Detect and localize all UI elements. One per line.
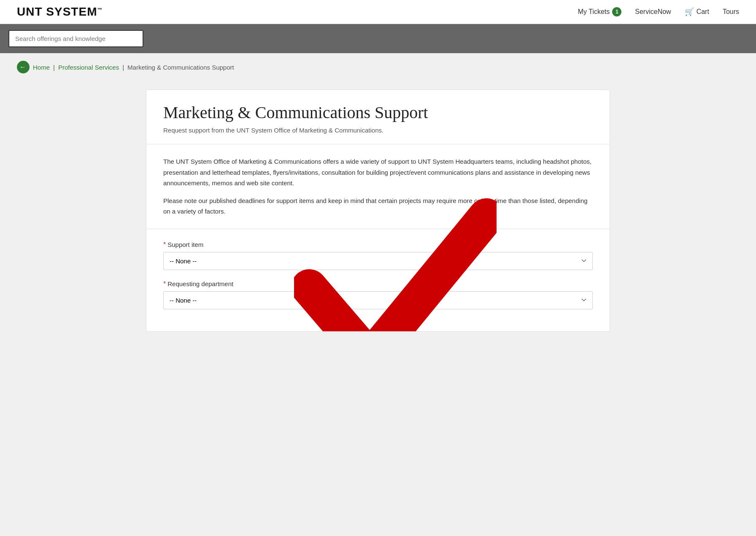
requesting-dept-field: * Requesting department -- None -- (163, 280, 593, 309)
my-tickets-nav[interactable]: My Tickets 1 (578, 7, 622, 16)
support-item-field: * Support item -- None -- (163, 241, 593, 270)
requesting-dept-label-text: Requesting department (167, 280, 233, 287)
description-paragraph-2: Please note our published deadlines for … (163, 195, 593, 217)
service-now-label: ServiceNow (635, 8, 671, 16)
card-form: * Support item -- None -- * Requesting d… (146, 229, 610, 331)
requesting-dept-label: * Requesting department (163, 280, 593, 288)
support-item-label: * Support item (163, 241, 593, 249)
required-star-2: * (163, 280, 166, 288)
tours-label: Tours (723, 8, 739, 16)
service-now-nav[interactable]: ServiceNow (635, 8, 671, 16)
breadcrumb-sep2: | (122, 64, 124, 71)
support-item-label-text: Support item (167, 241, 203, 248)
my-tickets-label: My Tickets (578, 8, 610, 16)
breadcrumb-sep1: | (53, 64, 55, 71)
header-nav: My Tickets 1 ServiceNow 🛒 Cart Tours (578, 7, 739, 16)
page-title: Marketing & Communications Support (163, 103, 593, 122)
tours-nav[interactable]: Tours (723, 8, 739, 16)
card-header: Marketing & Communications Support Reque… (146, 90, 610, 144)
card-description: The UNT System Office of Marketing & Com… (146, 144, 610, 229)
logo-trademark: ™ (97, 7, 103, 13)
page-header: UNT SYSTEM™ My Tickets 1 ServiceNow 🛒 Ca… (0, 0, 756, 24)
breadcrumb: ← Home | Professional Services | Marketi… (0, 53, 756, 81)
card-subtitle: Request support from the UNT System Offi… (163, 127, 593, 134)
cart-nav[interactable]: 🛒 Cart (685, 7, 709, 16)
form-card: Marketing & Communications Support Reque… (146, 89, 610, 332)
required-star-1: * (163, 241, 166, 249)
logo-text: UNT SYSTEM (17, 5, 97, 18)
description-paragraph-1: The UNT System Office of Marketing & Com… (163, 156, 593, 189)
cart-label: Cart (697, 8, 709, 16)
requesting-dept-select[interactable]: -- None -- (163, 291, 593, 309)
my-tickets-badge: 1 (612, 7, 621, 16)
back-button[interactable]: ← (17, 61, 30, 73)
site-logo: UNT SYSTEM™ (17, 5, 103, 19)
cart-icon: 🛒 (685, 7, 694, 16)
back-arrow-icon: ← (19, 63, 26, 71)
main-content: Marketing & Communications Support Reque… (0, 81, 756, 349)
search-input[interactable] (8, 30, 143, 47)
breadcrumb-current-page: Marketing & Communications Support (127, 64, 234, 71)
search-bar (0, 24, 756, 53)
breadcrumb-home[interactable]: Home (33, 64, 50, 71)
support-item-select[interactable]: -- None -- (163, 252, 593, 270)
breadcrumb-professional-services[interactable]: Professional Services (58, 64, 119, 71)
